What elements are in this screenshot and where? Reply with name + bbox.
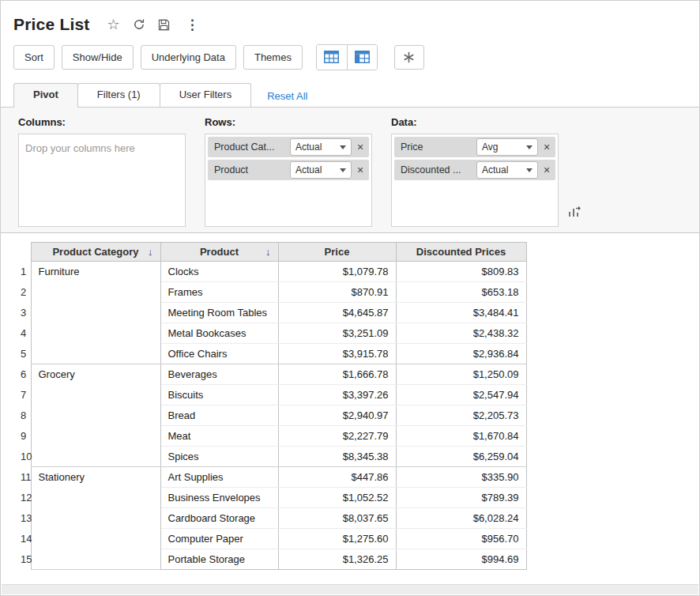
row-number: 12 xyxy=(13,488,31,508)
table-row: 5Office Chairs$3,915.78$2,936.84 xyxy=(13,344,526,364)
columns-dropzone[interactable]: Drop your columns here xyxy=(18,134,186,227)
reset-all-link[interactable]: Reset All xyxy=(267,90,307,102)
row-number: 9 xyxy=(13,426,31,447)
header-product-category[interactable]: Product Category ↓ xyxy=(31,243,160,262)
discounted-cell: $653.18 xyxy=(396,282,526,303)
horizontal-scrollbar[interactable] xyxy=(2,584,698,594)
rows-label: Rows: xyxy=(205,116,372,128)
table-row: 4Metal Bookcases$3,251.09$2,438.32 xyxy=(13,323,526,344)
more-options-icon[interactable]: ⋮ xyxy=(186,17,199,33)
columns-drop-hint: Drop your columns here xyxy=(25,142,135,154)
header-price[interactable]: Price xyxy=(278,243,396,262)
row-chip-product[interactable]: Product Actual × xyxy=(208,160,369,180)
header-product[interactable]: Product ↓ xyxy=(160,243,278,262)
chip-select-value: Actual xyxy=(295,141,322,153)
category-cell xyxy=(31,406,160,426)
row-number: 1 xyxy=(13,262,31,282)
table-view-icon[interactable] xyxy=(317,45,347,70)
tab-filters[interactable]: Filters (1) xyxy=(77,83,160,107)
price-cell: $1,079.78 xyxy=(278,262,396,282)
discounted-cell: $335.90 xyxy=(396,467,526,488)
pivot-view-icon[interactable] xyxy=(347,45,377,70)
discounted-cell: $2,547.94 xyxy=(396,385,526,406)
show-hide-button[interactable]: Show/Hide xyxy=(62,45,134,70)
page-title: Price List xyxy=(13,15,90,34)
sort-descending-icon: ↓ xyxy=(148,246,153,258)
product-cell: Meat xyxy=(160,426,278,447)
category-cell xyxy=(31,508,160,529)
app-window: Price List ☆ ⋮ Sort Show/Hide Underly xyxy=(0,0,700,596)
row-number: 5 xyxy=(13,344,31,364)
underlying-data-button[interactable]: Underlying Data xyxy=(141,45,236,70)
product-cell: Clocks xyxy=(160,262,278,282)
category-cell: Grocery xyxy=(31,364,160,385)
category-cell xyxy=(31,282,160,303)
save-icon[interactable] xyxy=(158,19,170,31)
price-cell: $1,052.52 xyxy=(278,488,396,508)
favorite-star-icon[interactable]: ☆ xyxy=(107,17,120,32)
discounted-cell: $6,259.04 xyxy=(396,447,526,467)
chip-aggregate-select[interactable]: Actual xyxy=(290,138,352,156)
tab-pivot[interactable]: Pivot xyxy=(13,83,78,108)
data-label: Data: xyxy=(391,116,559,128)
chevron-down-icon xyxy=(526,168,533,172)
title-actions: ☆ ⋮ xyxy=(107,17,199,33)
discounted-cell: $1,250.09 xyxy=(396,364,526,385)
product-cell: Office Chairs xyxy=(160,344,278,364)
themes-button[interactable]: Themes xyxy=(243,45,303,70)
quick-actions-asterisk-icon[interactable] xyxy=(394,45,424,70)
table-row: 8Bread$2,940.97$2,205.73 xyxy=(13,406,526,426)
tab-user-filters[interactable]: User Filters xyxy=(160,83,251,107)
chip-remove-icon[interactable]: × xyxy=(352,164,369,176)
tabstrip: Pivot Filters (1) User Filters Reset All xyxy=(1,70,699,107)
discounted-cell: $809.83 xyxy=(396,262,526,282)
chip-remove-icon[interactable]: × xyxy=(538,141,555,153)
data-dropzone[interactable]: Price Avg × Discounted ... Actual × xyxy=(391,134,559,227)
price-cell: $2,227.79 xyxy=(278,426,396,447)
row-number: 4 xyxy=(13,323,31,344)
discounted-cell: $6,028.24 xyxy=(396,508,526,529)
discounted-cell: $789.39 xyxy=(396,488,526,508)
pivot-table-area: Product Category ↓ Product ↓ Price Disco… xyxy=(1,233,699,570)
price-cell: $1,275.60 xyxy=(278,529,396,549)
price-cell: $1,666.78 xyxy=(278,364,396,385)
product-cell: Spices xyxy=(160,447,278,467)
price-cell: $1,326.25 xyxy=(278,549,396,570)
category-cell xyxy=(31,344,160,364)
product-cell: Beverages xyxy=(160,364,278,385)
table-row: 1FurnitureClocks$1,079.78$809.83 xyxy=(13,262,526,282)
columns-section: Columns: Drop your columns here xyxy=(18,116,186,221)
data-chip-price[interactable]: Price Avg × xyxy=(394,137,555,157)
row-number: 7 xyxy=(13,385,31,406)
category-cell: Stationery xyxy=(31,467,160,488)
chip-aggregate-select[interactable]: Avg xyxy=(476,138,538,156)
header-discounted-prices[interactable]: Discounted Prices xyxy=(396,243,526,262)
price-cell: $3,915.78 xyxy=(278,344,396,364)
refresh-icon[interactable] xyxy=(133,18,145,31)
price-cell: $2,940.97 xyxy=(278,406,396,426)
discounted-cell: $1,670.84 xyxy=(396,426,526,447)
row-number: 10 xyxy=(13,447,31,467)
chip-remove-icon[interactable]: × xyxy=(538,164,555,176)
row-number: 14 xyxy=(13,529,31,549)
rows-dropzone[interactable]: Product Cat... Actual × Product Actual × xyxy=(205,134,372,227)
discounted-cell: $3,484.41 xyxy=(396,303,526,323)
chip-label: Price xyxy=(401,141,476,153)
discounted-cell: $2,438.32 xyxy=(396,323,526,344)
table-row: 12Business Envelopes$1,052.52$789.39 xyxy=(13,488,526,508)
table-body: 1FurnitureClocks$1,079.78$809.832Frames$… xyxy=(13,262,526,570)
chip-aggregate-select[interactable]: Actual xyxy=(290,161,352,179)
data-chip-discounted[interactable]: Discounted ... Actual × xyxy=(394,160,555,180)
chip-remove-icon[interactable]: × xyxy=(352,141,369,153)
product-cell: Cardboard Storage xyxy=(160,508,278,529)
chip-select-value: Actual xyxy=(482,164,508,175)
pivot-layout-icon[interactable] xyxy=(567,206,581,221)
view-switcher xyxy=(316,44,378,70)
sort-button[interactable]: Sort xyxy=(13,45,55,70)
row-chip-product-category[interactable]: Product Cat... Actual × xyxy=(208,137,369,157)
header-label: Discounted Prices xyxy=(416,246,506,258)
chip-aggregate-select[interactable]: Actual xyxy=(476,161,538,179)
row-number-header xyxy=(13,243,31,262)
sort-descending-icon: ↓ xyxy=(265,246,271,258)
category-cell: Furniture xyxy=(31,262,160,282)
